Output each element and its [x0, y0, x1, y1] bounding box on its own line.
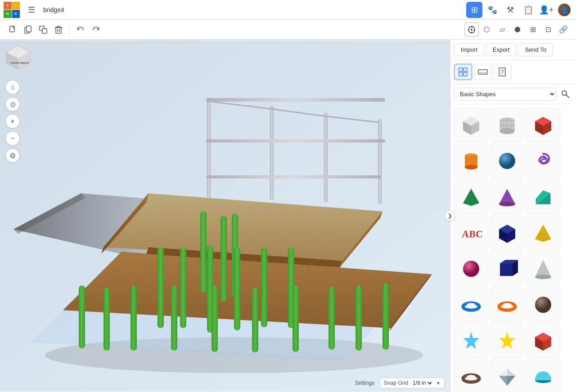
shape-knot[interactable] [526, 144, 560, 178]
shape-pyramid-green[interactable] [454, 180, 488, 214]
view-cube[interactable]: FRONT RIGHT [4, 43, 32, 72]
shape-torus-blue[interactable] [454, 288, 488, 322]
left-controls: ⌂ ⊙ + − ⚙ [5, 80, 20, 163]
svg-point-101 [499, 202, 515, 206]
shape-box-navy[interactable] [490, 216, 524, 250]
panel-export-button[interactable]: Export [486, 43, 517, 56]
zoom-in-button[interactable]: + [5, 114, 20, 129]
svg-marker-134 [507, 369, 515, 376]
logo-k: K [12, 10, 20, 18]
ortho-button[interactable]: ⬢ [510, 22, 525, 37]
shapes-row-5 [454, 252, 572, 286]
menu-button[interactable]: ☰ [23, 2, 40, 18]
shape-cone-purple[interactable] [490, 180, 524, 214]
shape-sphere-magenta[interactable] [454, 252, 488, 286]
settings-ctrl-button[interactable]: ⚙ [5, 148, 20, 163]
svg-rect-35 [234, 247, 240, 330]
shapes-category-select[interactable]: Basic Shapes Letters Numbers Math Commun… [454, 88, 556, 101]
undo-button[interactable] [73, 22, 88, 37]
panel-tabs [450, 60, 576, 84]
svg-point-120 [467, 303, 476, 307]
svg-rect-65 [464, 68, 467, 71]
svg-rect-30 [220, 216, 227, 301]
tools-button[interactable]: ⚒ [502, 2, 518, 18]
redo-button[interactable] [89, 22, 103, 37]
shape-box-red[interactable] [526, 108, 560, 142]
svg-rect-53 [206, 139, 385, 143]
shape-gem[interactable] [490, 360, 524, 392]
svg-point-123 [503, 303, 512, 307]
shapes-grid: ABC [450, 104, 576, 392]
svg-rect-41 [171, 285, 177, 351]
right-panel-wrapper: ❯ Import Export Send To [450, 40, 576, 392]
activity-button[interactable]: 🐾 [484, 2, 500, 18]
home-button[interactable]: ⌂ [5, 80, 20, 94]
snap-grid-select[interactable]: 1/8 in 1/4 in 1/2 in 1 in [411, 379, 433, 387]
fit-view-button[interactable]: ▱ [495, 22, 509, 37]
tab-grid[interactable] [454, 64, 472, 80]
collapse-panel-button[interactable]: ❯ [445, 210, 455, 221]
svg-rect-43 [252, 288, 258, 352]
mirror-button[interactable]: ⊡ [541, 22, 555, 37]
camera-control[interactable] [464, 22, 479, 37]
settings-label[interactable]: Settings [355, 380, 374, 386]
svg-rect-29 [200, 211, 207, 292]
shapes-row-1 [454, 108, 572, 142]
shape-torus-orange[interactable] [490, 288, 524, 322]
settings-bar: Settings Snap Grid 1/8 in 1/4 in 1/2 in … [355, 378, 445, 388]
svg-rect-66 [459, 72, 463, 76]
tab-notes[interactable] [494, 64, 512, 80]
copy-button[interactable] [21, 22, 35, 37]
panel-header: Import Export Send To [450, 40, 576, 60]
tab-ruler[interactable] [474, 64, 492, 80]
shapes-row-7 [454, 324, 572, 358]
shape-torus-brown[interactable] [454, 360, 488, 392]
shape-pyramid-yellow[interactable] [526, 216, 560, 250]
align-button[interactable]: ⊞ [526, 22, 540, 37]
svg-text:ABC: ABC [461, 228, 483, 240]
right-panel: Import Export Send To Basic Shapes [450, 40, 576, 392]
main-area: FRONT RIGHT ⌂ ⊙ + − ⚙ Settings Snap Grid… [0, 40, 576, 392]
shape-box[interactable] [454, 108, 488, 142]
shape-box-red2[interactable] [526, 324, 560, 358]
snap-button[interactable]: 🔗 [556, 22, 571, 37]
duplicate-button[interactable] [36, 22, 50, 37]
shape-cylinder[interactable] [454, 144, 488, 178]
svg-rect-113 [500, 263, 513, 276]
shape-text[interactable]: ABC [454, 216, 488, 250]
delete-button[interactable] [51, 22, 66, 37]
add-user-button[interactable]: 👤+ [538, 2, 554, 18]
zoom-out-button[interactable]: − [5, 131, 20, 146]
app-logo: T I N K [4, 2, 20, 18]
search-shapes-button[interactable] [558, 87, 572, 101]
shape-sphere-brown[interactable] [526, 288, 560, 322]
svg-rect-52 [206, 98, 385, 102]
shape-star-blue[interactable] [454, 324, 488, 358]
panel-import-button[interactable]: Import [454, 43, 484, 56]
shape-cylinder-mesh[interactable] [490, 108, 524, 142]
shape-dome-teal[interactable] [526, 360, 560, 392]
panel-send-to-button[interactable]: Send To [518, 43, 553, 56]
canvas-area[interactable]: FRONT RIGHT ⌂ ⊙ + − ⚙ Settings Snap Grid… [0, 40, 450, 392]
top-nav: T I N K ☰ bridge4 ⊞ 🐾 ⚒ 📋 👤+ 👤 [0, 0, 576, 20]
grid-view-button[interactable]: ⊞ [466, 2, 482, 18]
shape-cube-dark[interactable] [490, 252, 524, 286]
shape-sphere[interactable] [490, 144, 524, 178]
home-view-button[interactable]: ⬡ [480, 22, 494, 37]
toolbar-file-group [5, 22, 66, 37]
share-button[interactable]: 📋 [520, 2, 536, 18]
svg-marker-100 [499, 189, 515, 204]
bridge-scene [0, 40, 450, 392]
svg-rect-50 [324, 112, 328, 202]
new-button[interactable] [5, 22, 20, 37]
shape-wedge-teal[interactable] [526, 180, 560, 214]
svg-text:FRONT: FRONT [11, 62, 20, 64]
svg-point-117 [535, 275, 551, 279]
svg-rect-67 [464, 72, 467, 76]
svg-marker-126 [499, 332, 515, 349]
profile-button[interactable]: 👤 [556, 2, 572, 18]
shape-star-gold[interactable] [490, 324, 524, 358]
svg-marker-99 [463, 189, 479, 206]
fit-button[interactable]: ⊙ [5, 97, 20, 111]
shape-cone-gray[interactable] [526, 252, 560, 286]
